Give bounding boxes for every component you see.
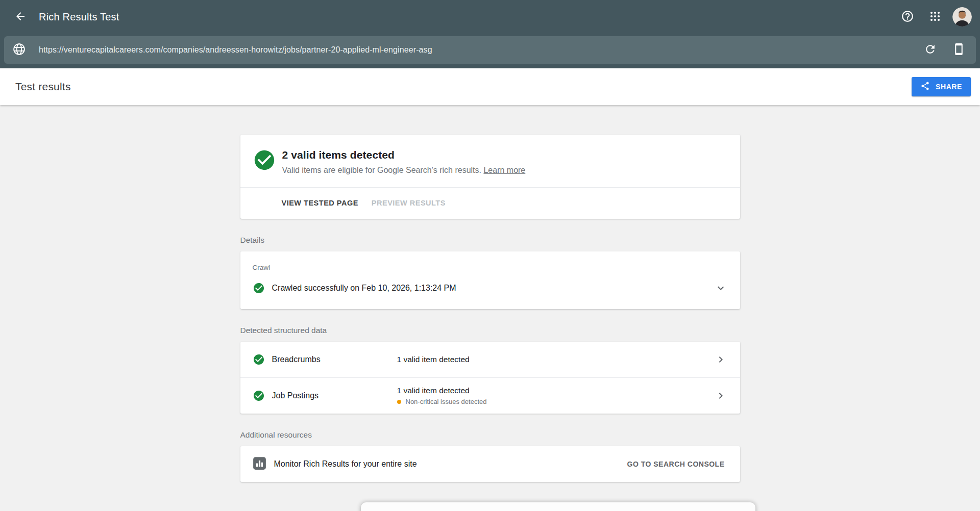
row-left: Breadcrumbs xyxy=(253,353,397,366)
resources-section-label: Additional resources xyxy=(240,430,740,440)
back-button[interactable] xyxy=(10,7,31,27)
row-warning: Non-critical issues detected xyxy=(397,398,487,405)
help-icon xyxy=(901,10,914,24)
row-left: Job Postings xyxy=(253,390,397,402)
results-header: Test results SHARE xyxy=(0,68,980,105)
preview-results-button[interactable]: PREVIEW RESULTS xyxy=(372,198,446,208)
check-circle-icon xyxy=(253,390,265,402)
url-bar[interactable]: https://venturecapitalcareers.com/compan… xyxy=(4,36,976,64)
row-name: Breadcrumbs xyxy=(272,355,321,364)
summary-main: 2 valid items detected Valid items are e… xyxy=(240,135,740,187)
crawl-status-row[interactable]: Crawled successfully on Feb 10, 2026, 1:… xyxy=(253,282,727,294)
row-result: 1 valid item detected xyxy=(397,355,470,364)
back-arrow-icon xyxy=(14,10,27,24)
tested-url: https://venturecapitalcareers.com/compan… xyxy=(39,45,432,55)
bottom-sheet-edge[interactable] xyxy=(361,502,755,511)
content: 2 valid items detected Valid items are e… xyxy=(0,105,980,482)
share-icon xyxy=(920,81,930,92)
crawl-card: Crawl Crawled successfully on Feb 10, 20… xyxy=(240,251,740,309)
check-circle-icon xyxy=(253,282,265,294)
apps-grid-icon xyxy=(929,10,941,24)
url-actions xyxy=(920,40,969,60)
check-circle-icon xyxy=(253,148,276,172)
app-title: Rich Results Test xyxy=(39,11,119,23)
resources-title: Monitor Rich Results for your entire sit… xyxy=(274,459,417,469)
apps-grid-button[interactable] xyxy=(925,7,945,27)
refresh-icon xyxy=(924,43,937,57)
summary-title: 2 valid items detected xyxy=(282,149,526,161)
summary-text: 2 valid items detected Valid items are e… xyxy=(282,148,526,175)
check-circle-icon xyxy=(253,353,265,366)
resources-card: Monitor Rich Results for your entire sit… xyxy=(240,446,740,482)
view-tested-page-button[interactable]: VIEW TESTED PAGE xyxy=(282,198,358,208)
share-button[interactable]: SHARE xyxy=(912,77,971,96)
help-button[interactable] xyxy=(897,7,918,27)
url-bar-row: https://venturecapitalcareers.com/compan… xyxy=(0,34,980,68)
bar-chart-icon xyxy=(253,456,266,472)
header-actions xyxy=(897,7,972,27)
chevron-right-icon xyxy=(715,390,727,402)
row-warning-text: Non-critical issues detected xyxy=(406,398,487,405)
smartphone-icon xyxy=(952,43,965,57)
chevron-right-icon xyxy=(715,353,727,366)
page-title: Test results xyxy=(15,81,71,93)
go-to-search-console-button[interactable]: GO TO SEARCH CONSOLE xyxy=(627,460,725,468)
row-name: Job Postings xyxy=(272,391,319,400)
globe-icon xyxy=(12,42,26,58)
row-result: 1 valid item detected Non-critical issue… xyxy=(397,386,487,405)
structured-data-card: Breadcrumbs 1 valid item detected Job Po… xyxy=(240,342,740,414)
row-result-text: 1 valid item detected xyxy=(397,386,487,395)
crawl-status-text: Crawled successfully on Feb 10, 2026, 1:… xyxy=(272,284,456,293)
share-button-label: SHARE xyxy=(936,83,962,91)
refresh-button[interactable] xyxy=(920,40,940,60)
row-result-text: 1 valid item detected xyxy=(397,355,470,364)
structured-data-section-label: Detected structured data xyxy=(240,326,740,335)
chevron-down-icon[interactable] xyxy=(715,282,727,294)
app-header: Rich Results Test xyxy=(0,0,980,34)
mobile-view-button[interactable] xyxy=(948,40,969,60)
summary-subtitle-text: Valid items are eligible for Google Sear… xyxy=(282,166,481,174)
warning-dot-icon xyxy=(397,400,401,404)
learn-more-link[interactable]: Learn more xyxy=(483,166,525,174)
summary-subtitle: Valid items are eligible for Google Sear… xyxy=(282,166,526,175)
summary-actions: VIEW TESTED PAGE PREVIEW RESULTS xyxy=(240,188,740,219)
details-section-label: Details xyxy=(240,236,740,245)
structured-data-row-job-postings[interactable]: Job Postings 1 valid item detected Non-c… xyxy=(240,378,740,414)
summary-card: 2 valid items detected Valid items are e… xyxy=(240,135,740,219)
structured-data-row-breadcrumbs[interactable]: Breadcrumbs 1 valid item detected xyxy=(240,342,740,377)
crawl-label: Crawl xyxy=(253,264,727,271)
avatar[interactable] xyxy=(952,7,972,27)
